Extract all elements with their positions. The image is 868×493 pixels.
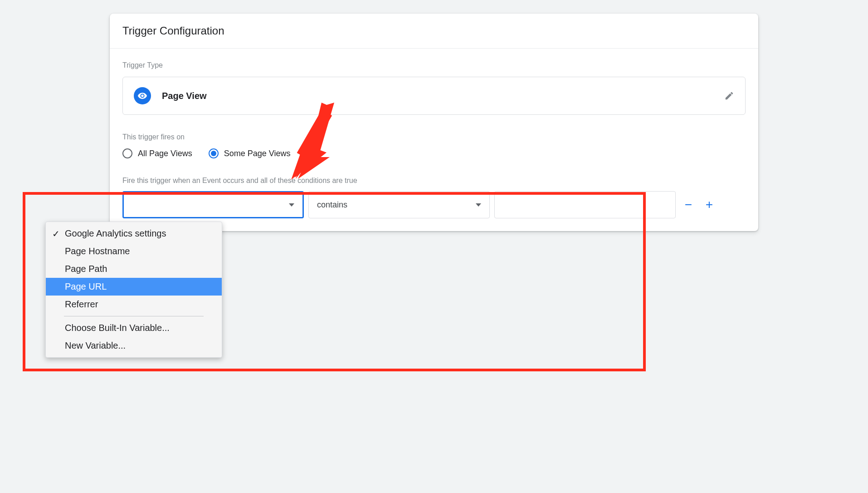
fires-on-radio-group: All Page Views Some Page Views [122, 148, 746, 158]
chevron-down-icon [289, 203, 294, 207]
radio-button [122, 148, 132, 158]
condition-label: Fire this trigger when an Event occurs a… [122, 177, 746, 185]
radio-button [209, 148, 219, 158]
dropdown-item-page-hostname[interactable]: Page Hostname [46, 242, 222, 245]
radio-all-page-views[interactable]: All Page Views [122, 148, 192, 158]
card-header: Trigger Configuration [110, 14, 758, 49]
trigger-type-value: Page View [162, 91, 207, 101]
variable-dropdown-menu: ✓ Google Analytics settings Page Hostnam… [45, 222, 222, 245]
variable-select[interactable] [122, 191, 304, 218]
trigger-config-card: Trigger Configuration Trigger Type Page … [110, 14, 758, 231]
edit-icon[interactable] [724, 91, 734, 101]
annotation-arrow [287, 103, 346, 180]
trigger-type-box[interactable]: Page View [122, 77, 746, 115]
add-condition-button[interactable]: + [701, 197, 717, 213]
dropdown-item-google-analytics-settings[interactable]: ✓ Google Analytics settings [46, 225, 222, 242]
fires-on-label: This trigger fires on [122, 133, 746, 141]
condition-row: contains − + [122, 191, 746, 218]
operator-select[interactable]: contains [308, 191, 490, 218]
card-title: Trigger Configuration [122, 25, 746, 37]
radio-label: Some Page Views [224, 149, 291, 158]
trigger-type-left: Page View [134, 87, 207, 104]
chevron-down-icon [476, 203, 481, 207]
radio-some-page-views[interactable]: Some Page Views [209, 148, 291, 158]
radio-label: All Page Views [138, 149, 192, 158]
card-body: Trigger Type Page View This trigger fire… [110, 49, 758, 231]
condition-value-input[interactable] [494, 191, 676, 218]
remove-condition-button[interactable]: − [680, 197, 697, 213]
operator-select-value: contains [317, 200, 347, 210]
check-icon: ✓ [52, 228, 60, 239]
trigger-type-label: Trigger Type [122, 61, 746, 69]
page-view-icon [134, 87, 151, 104]
